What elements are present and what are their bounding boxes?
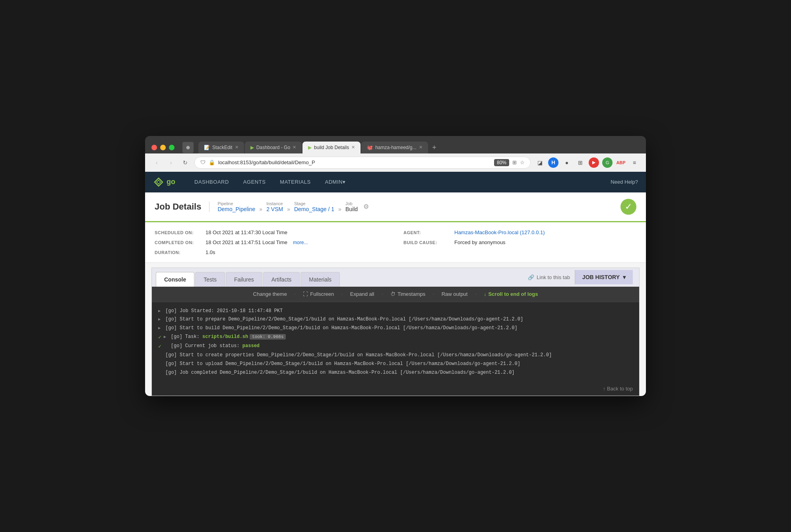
hypothesis-icon[interactable]: H — [548, 157, 558, 168]
menu-icon[interactable]: ≡ — [629, 157, 640, 168]
log-expand-icon-task[interactable]: ▶ — [164, 334, 169, 341]
scroll-icon: ↓ — [484, 291, 487, 297]
scroll-to-end-button[interactable]: ↓ Scroll to end of logs — [484, 291, 538, 297]
change-theme-button[interactable]: Change theme — [253, 291, 287, 297]
nav-help[interactable]: Need Help? — [611, 179, 638, 185]
arrow-icon-2: » — [287, 201, 290, 212]
security-icon: 🛡 — [200, 159, 206, 165]
log-expand-icon-3[interactable]: ▶ — [158, 325, 163, 332]
github-tab-icon: 🐙 — [367, 145, 373, 150]
job-status-icon: ✓ — [620, 199, 636, 215]
fullscreen-icon: ⛶ — [303, 291, 308, 297]
dashboard-tab-close-icon[interactable]: ✕ — [293, 145, 296, 150]
completed-value: 18 Oct 2021 at 11:47:51 Local Time — [206, 239, 287, 245]
console-log: ▶ [go] Job Started: 2021-10-18 11:47:48 … — [152, 302, 639, 382]
agent-value[interactable]: Hamzas-MacBook-Pro.local (127.0.0.1) — [454, 229, 545, 235]
tab-actions: 🔗 Link to this tab JOB HISTORY ▾ — [522, 268, 639, 287]
gocd-logo-icon — [153, 177, 164, 188]
tab-tests[interactable]: Tests — [195, 272, 225, 287]
browser-tab-stackedit[interactable]: 📝 StackEdit ✕ — [198, 142, 244, 153]
duration-row: DURATION: 1.0s — [155, 249, 388, 255]
apps-icon[interactable]: ⊞ — [575, 157, 585, 168]
nav-dashboard[interactable]: DASHBOARD — [187, 172, 236, 192]
log-text-3: [go] Start to build Demo_Pipeline/2/Demo… — [165, 324, 633, 333]
github-tab-label: hamza-hameed/g... — [375, 145, 416, 150]
gocd-navbar: go DASHBOARD AGENTS MATERIALS ADMIN Need… — [145, 172, 646, 192]
dark-icon[interactable]: ● — [562, 157, 572, 168]
nav-admin[interactable]: ADMIN — [318, 172, 353, 192]
browser-tab-github[interactable]: 🐙 hamza-hameed/g... ✕ — [361, 142, 428, 153]
back-to-top-button[interactable]: ↑ Back to top — [152, 382, 639, 396]
completed-more[interactable]: more... — [293, 240, 308, 245]
buildjob-tab-label: build Job Details — [314, 145, 349, 150]
raw-output-button[interactable]: Raw output — [442, 291, 468, 297]
log-line-1: ▶ [go] Job Started: 2021-10-18 11:47:48 … — [158, 307, 633, 316]
pipeline-breadcrumb: Pipeline Demo_Pipeline — [217, 201, 255, 212]
url-bar[interactable]: 🛡 🔒 localhost:8153/go/tab/build/detail/D… — [194, 157, 531, 169]
browser-tab-buildjob[interactable]: ▶ build Job Details ✕ — [302, 142, 361, 153]
log-expand-icon-2[interactable]: ▶ — [158, 316, 163, 323]
tab-materials[interactable]: Materials — [301, 272, 340, 287]
nav-agents[interactable]: AGENTS — [236, 172, 273, 192]
link-to-tab-button[interactable]: 🔗 Link to this tab — [528, 274, 570, 280]
instance-value[interactable]: 2 VSM — [266, 206, 283, 212]
tabs-console-section: Console Tests Failures Artifacts Materia… — [151, 268, 640, 396]
adblock-icon[interactable]: ABP — [616, 157, 626, 168]
arrow-icon-1: » — [259, 201, 262, 212]
grammarly-icon[interactable]: G — [602, 157, 613, 168]
log-text-5: [go] Start to create properties Demo_Pip… — [165, 351, 633, 360]
grid-icon: ⊞ — [512, 159, 517, 165]
forward-button[interactable]: › — [166, 157, 176, 168]
pocket-icon[interactable]: ◪ — [535, 157, 545, 168]
close-button[interactable] — [151, 145, 157, 150]
toolbar-divider-4: · — [432, 291, 434, 298]
new-tab-button[interactable]: + — [429, 142, 440, 153]
stackedit-tab-close-icon[interactable]: ✕ — [235, 145, 238, 150]
pipeline-value[interactable]: Demo_Pipeline — [217, 206, 255, 212]
browser-window: ⊕ 📝 StackEdit ✕ ▶ Dashboard - Go ✕ ▶ bui… — [145, 136, 646, 396]
settings-gear-icon[interactable]: ⚙ — [363, 203, 369, 210]
log-expand-icon-1[interactable]: ▶ — [158, 308, 163, 315]
log-line-status: ✓ ▶ [go] Current job status: passed — [158, 342, 633, 351]
back-button[interactable]: ‹ — [151, 157, 162, 168]
browser-tabs: 📝 StackEdit ✕ ▶ Dashboard - Go ✕ ▶ build… — [198, 142, 640, 153]
log-line-3: ▶ [go] Start to build Demo_Pipeline/2/De… — [158, 324, 633, 333]
minimize-button[interactable] — [160, 145, 166, 150]
log-text-6: [go] Start to upload Demo_Pipeline/2/Dem… — [165, 360, 633, 369]
build-cause-row: BUILD CAUSE: Forced by anonymous — [403, 239, 636, 245]
nav-links: DASHBOARD AGENTS MATERIALS ADMIN — [187, 172, 611, 192]
tab-console[interactable]: Console — [156, 272, 194, 287]
title-bar: ⊕ 📝 StackEdit ✕ ▶ Dashboard - Go ✕ ▶ bui… — [145, 136, 646, 153]
job-history-button[interactable]: JOB HISTORY ▾ — [575, 270, 633, 284]
youtube-icon[interactable]: ▶ — [589, 157, 599, 168]
nav-materials[interactable]: MATERIALS — [273, 172, 318, 192]
maximize-button[interactable] — [169, 145, 174, 150]
tab-artifacts[interactable]: Artifacts — [263, 272, 300, 287]
url-text: localhost:8153/go/tab/build/detail/Demo_… — [218, 159, 491, 165]
link-to-tab-label: Link to this tab — [537, 274, 570, 280]
expand-all-button[interactable]: Expand all — [350, 291, 374, 297]
job-breadcrumb: Job Build — [345, 201, 358, 212]
breadcrumb: Pipeline Demo_Pipeline » Instance 2 VSM … — [217, 201, 369, 212]
status-success-icon: ✓ — [158, 342, 161, 351]
browser-tab-dashboard[interactable]: ▶ Dashboard - Go ✕ — [245, 142, 302, 153]
job-header: Job Details Pipeline Demo_Pipeline » Ins… — [145, 192, 646, 222]
github-tab-close-icon[interactable]: ✕ — [419, 145, 423, 150]
tab-failures[interactable]: Failures — [226, 272, 262, 287]
stage-value[interactable]: Demo_Stage / 1 — [294, 206, 334, 212]
scroll-to-end-label: Scroll to end of logs — [488, 291, 538, 297]
task-took: took: 0.966s — [250, 334, 286, 340]
console-toolbar: Change theme · ⛶ Fullscreen · Expand all… — [152, 287, 639, 302]
star-icon[interactable]: ☆ — [520, 159, 525, 165]
stackedit-tab-label: StackEdit — [212, 145, 233, 150]
gocd-logo-text: go — [167, 178, 175, 186]
scheduled-value: 18 Oct 2021 at 11:47:30 Local Time — [206, 229, 287, 235]
buildjob-tab-icon: ▶ — [308, 145, 312, 150]
log-line-task: ✓ ▶ [go] Task: scripts/build.shtook: 0.9… — [158, 333, 633, 342]
link-icon: 🔗 — [528, 274, 534, 280]
reload-button[interactable]: ↻ — [180, 157, 190, 168]
timestamps-button[interactable]: ⏱ Timestamps — [390, 291, 425, 297]
buildjob-tab-close-icon[interactable]: ✕ — [351, 145, 355, 150]
fullscreen-button[interactable]: ⛶ Fullscreen — [303, 291, 334, 297]
build-cause-label: BUILD CAUSE: — [403, 240, 451, 245]
